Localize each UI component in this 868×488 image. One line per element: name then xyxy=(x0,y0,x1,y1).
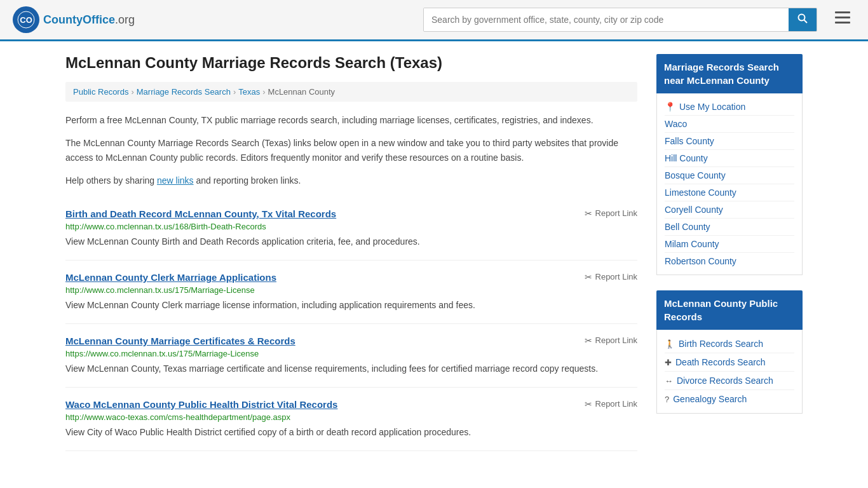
svg-rect-6 xyxy=(835,22,850,24)
breadcrumb-marriage-records[interactable]: Marriage Records Search xyxy=(137,87,231,97)
arrows-icon: ↔ xyxy=(665,376,673,386)
result-desc: View City of Waco Public Health District… xyxy=(65,426,637,439)
result-url: http://www.waco-texas.com/cms-healthdepa… xyxy=(65,412,637,422)
result-title[interactable]: Birth and Death Record McLennan County, … xyxy=(65,208,336,219)
divorce-records-link[interactable]: Divorce Records Search xyxy=(677,376,773,386)
description-p1: Perform a free McLennan County, TX publi… xyxy=(65,113,637,127)
sidebar-item-bosque-county[interactable]: Bosque County xyxy=(665,167,794,184)
breadcrumb-current: McLennan County xyxy=(268,87,336,97)
use-my-location-link[interactable]: 📍 Use My Location xyxy=(665,102,794,112)
site-header: CO CountyOffice.org xyxy=(0,0,868,41)
result-title[interactable]: Waco McLennan County Public Health Distr… xyxy=(65,399,337,410)
person-icon: 🚶 xyxy=(665,339,675,349)
report-icon: ✂ xyxy=(585,208,592,219)
breadcrumb-sep-2: › xyxy=(233,87,236,97)
question-icon: ? xyxy=(665,395,669,404)
sidebar-item-waco[interactable]: Waco xyxy=(665,116,794,133)
cross-icon: ✚ xyxy=(665,358,672,367)
report-icon: ✂ xyxy=(585,336,592,346)
public-records-list: 🚶 Birth Records Search ✚ Death Records S… xyxy=(656,330,803,414)
report-icon: ✂ xyxy=(585,399,592,409)
falls-county-link[interactable]: Falls County xyxy=(665,136,794,146)
result-desc: View McLennan County Birth and Death Rec… xyxy=(65,235,637,248)
breadcrumb-sep-3: › xyxy=(262,87,265,97)
description-p2: The McLennan County Marriage Records Sea… xyxy=(65,136,637,165)
site-logo[interactable]: CO CountyOffice.org xyxy=(13,6,135,33)
public-records-section: McLennan County Public Records 🚶 Birth R… xyxy=(656,290,803,414)
report-link[interactable]: ✂ Report Link xyxy=(585,399,637,409)
result-url: https://www.co.mclennan.tx.us/175/Marria… xyxy=(65,349,637,358)
public-records-header: McLennan County Public Records xyxy=(656,290,803,330)
use-my-location-item[interactable]: 📍 Use My Location xyxy=(665,98,794,116)
bosque-county-link[interactable]: Bosque County xyxy=(665,170,794,180)
coryell-county-link[interactable]: Coryell County xyxy=(665,205,794,215)
svg-point-2 xyxy=(799,15,805,21)
result-item: McLennan County Clerk Marriage Applicati… xyxy=(65,261,637,324)
sidebar: Marriage Records Search near McLennan Co… xyxy=(656,54,803,451)
report-link[interactable]: ✂ Report Link xyxy=(585,336,637,346)
result-item: Waco McLennan County Public Health Distr… xyxy=(65,388,637,451)
new-links-link[interactable]: new links xyxy=(157,175,194,186)
content-area: McLennan County Marriage Records Search … xyxy=(65,54,637,451)
svg-rect-5 xyxy=(835,17,850,18)
result-title[interactable]: McLennan County Marriage Certificates & … xyxy=(65,336,295,346)
divorce-records-item[interactable]: ↔ Divorce Records Search xyxy=(665,372,794,390)
results-list: Birth and Death Record McLennan County, … xyxy=(65,197,637,451)
sidebar-item-milam-county[interactable]: Milam County xyxy=(665,236,794,253)
desc-p3-prefix: Help others by sharing xyxy=(65,175,157,186)
main-container: McLennan County Marriage Records Search … xyxy=(53,41,815,464)
result-desc: View McLennan County Clerk marriage lice… xyxy=(65,299,637,312)
breadcrumb-sep-1: › xyxy=(131,87,133,97)
report-label: Report Link xyxy=(595,272,637,281)
report-label: Report Link xyxy=(595,336,637,345)
genealogy-link[interactable]: Genealogy Search xyxy=(673,394,747,404)
waco-link[interactable]: Waco xyxy=(665,119,794,129)
result-url: http://www.co.mclennan.tx.us/168/Birth-D… xyxy=(65,222,637,231)
logo-icon: CO xyxy=(13,6,39,33)
svg-line-3 xyxy=(804,20,808,24)
milam-county-link[interactable]: Milam County xyxy=(665,239,794,249)
sidebar-item-robertson-county[interactable]: Robertson County xyxy=(665,253,794,269)
report-label: Report Link xyxy=(595,399,637,409)
bell-county-link[interactable]: Bell County xyxy=(665,222,794,232)
page-title: McLennan County Marriage Records Search … xyxy=(65,54,637,72)
birth-records-link[interactable]: Birth Records Search xyxy=(679,339,763,349)
breadcrumb-public-records[interactable]: Public Records xyxy=(73,87,128,97)
sidebar-item-falls-county[interactable]: Falls County xyxy=(665,133,794,150)
description-p3: Help others by sharing new links and rep… xyxy=(65,173,637,187)
sidebar-item-bell-county[interactable]: Bell County xyxy=(665,219,794,236)
breadcrumb-texas[interactable]: Texas xyxy=(238,87,260,97)
limestone-county-link[interactable]: Limestone County xyxy=(665,187,794,198)
report-link[interactable]: ✂ Report Link xyxy=(585,272,637,282)
result-title[interactable]: McLennan County Clerk Marriage Applicati… xyxy=(65,272,276,283)
logo-text: CountyOffice.org xyxy=(43,13,135,27)
result-item: McLennan County Marriage Certificates & … xyxy=(65,324,637,388)
result-desc: View McLennan County, Texas marriage cer… xyxy=(65,362,637,376)
search-button[interactable] xyxy=(789,8,817,31)
report-label: Report Link xyxy=(595,208,637,218)
sidebar-item-hill-county[interactable]: Hill County xyxy=(665,150,794,167)
genealogy-item[interactable]: ? Genealogy Search xyxy=(665,390,794,408)
breadcrumb: Public Records › Marriage Records Search… xyxy=(65,82,637,102)
nearby-section-header: Marriage Records Search near McLennan Co… xyxy=(656,54,803,93)
result-url: http://www.co.mclennan.tx.us/175/Marriag… xyxy=(65,285,637,295)
svg-text:CO: CO xyxy=(20,15,32,25)
hill-county-link[interactable]: Hill County xyxy=(665,153,794,163)
death-records-link[interactable]: Death Records Search xyxy=(675,357,766,367)
sidebar-item-coryell-county[interactable]: Coryell County xyxy=(665,201,794,219)
report-link[interactable]: ✂ Report Link xyxy=(585,208,637,219)
death-records-item[interactable]: ✚ Death Records Search xyxy=(665,353,794,372)
report-icon: ✂ xyxy=(585,272,592,282)
menu-button[interactable] xyxy=(830,9,855,30)
desc-p3-suffix: and reporting broken links. xyxy=(194,175,301,186)
result-item: Birth and Death Record McLennan County, … xyxy=(65,197,637,261)
search-input[interactable] xyxy=(424,8,789,31)
search-bar xyxy=(423,8,817,32)
nearby-list: 📍 Use My Location Waco Falls County Hill… xyxy=(656,93,803,275)
birth-records-item[interactable]: 🚶 Birth Records Search xyxy=(665,335,794,353)
svg-rect-4 xyxy=(835,11,850,13)
location-pin-icon: 📍 xyxy=(665,102,675,112)
nearby-section: Marriage Records Search near McLennan Co… xyxy=(656,54,803,275)
robertson-county-link[interactable]: Robertson County xyxy=(665,256,794,266)
sidebar-item-limestone-county[interactable]: Limestone County xyxy=(665,184,794,201)
